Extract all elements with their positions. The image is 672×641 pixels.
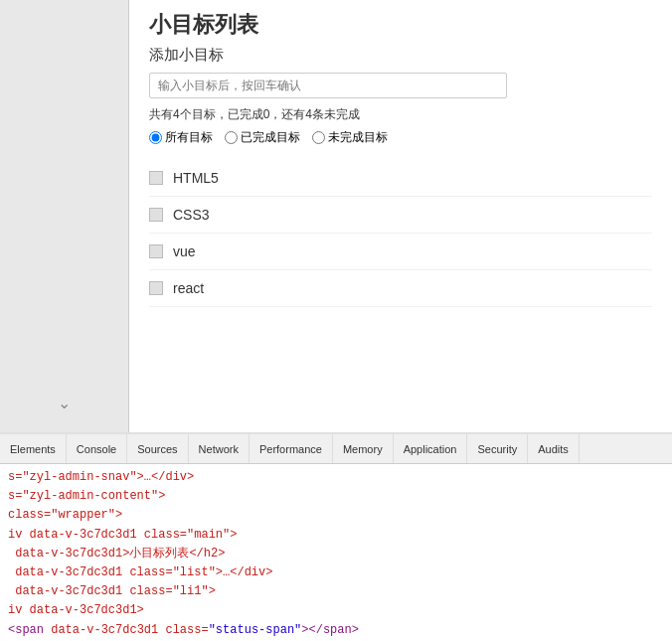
code-text: [44, 621, 51, 640]
tab-console[interactable]: Console: [67, 434, 127, 463]
tab-application[interactable]: Application: [394, 434, 468, 463]
code-line: <span data-v-3c7dc3d1 class="status-span…: [8, 621, 664, 640]
code-text: class="wrapper">: [8, 506, 122, 525]
code-text: iv data-v-3c7dc3d1 class="main">: [8, 526, 237, 545]
tab-security[interactable]: Security: [467, 434, 528, 463]
filter-done-label: 已完成目标: [241, 129, 300, 146]
code-text: data-v-3c7dc3d1 class="list">…</div>: [15, 563, 272, 582]
code-text: [8, 582, 15, 601]
code-text: "status-span": [209, 621, 302, 640]
code-line: data-v-3c7dc3d1 class="list">…</div>: [8, 563, 664, 582]
devtools-tabs: Elements Console Sources Network Perform…: [0, 434, 672, 464]
sidebar: ⌄: [0, 0, 129, 432]
chevron-down-icon[interactable]: ⌄: [55, 393, 75, 412]
code-text: [8, 545, 15, 563]
list-item: CSS3: [149, 197, 652, 234]
devtools-panel: Elements Console Sources Network Perform…: [0, 432, 672, 641]
todo-label-0: HTML5: [173, 170, 219, 186]
code-text: ></span>: [301, 621, 359, 640]
code-line: s="zyl-admin-content">: [8, 487, 664, 506]
tab-audits[interactable]: Audits: [528, 434, 580, 463]
code-line: s="zyl-admin-snav">…</div>: [8, 468, 664, 487]
todo-label-3: react: [173, 280, 204, 296]
page-title: 小目标列表: [149, 10, 652, 40]
code-text: <span: [8, 621, 44, 640]
main-content: 小目标列表 添加小目标 共有4个目标，已完成0，还有4条未完成 所有目标 已完成…: [129, 0, 672, 432]
tab-network[interactable]: Network: [189, 434, 250, 463]
code-text: [8, 563, 15, 582]
todo-checkbox-0[interactable]: [149, 171, 163, 185]
devtools-code-view[interactable]: s="zyl-admin-snav">…</div> s="zyl-admin-…: [0, 464, 672, 641]
filter-done[interactable]: 已完成目标: [225, 129, 300, 146]
code-text: s="zyl-admin-content">: [8, 487, 165, 506]
code-text: class=: [165, 621, 208, 640]
list-item: vue: [149, 234, 652, 270]
todo-input[interactable]: [149, 73, 507, 98]
todo-checkbox-2[interactable]: [149, 244, 163, 258]
code-text: iv data-v-3c7dc3d1>: [8, 601, 144, 620]
filter-row: 所有目标 已完成目标 未完成目标: [149, 129, 652, 146]
todo-list: HTML5 CSS3 vue react: [149, 160, 652, 307]
code-text: s="zyl-admin-snav">…</div>: [8, 468, 194, 487]
list-item: HTML5: [149, 160, 652, 197]
code-text: data-v-3c7dc3d1>小目标列表</h2>: [15, 545, 225, 563]
code-text: data-v-3c7dc3d1 class="li1">: [15, 582, 216, 601]
code-line: iv data-v-3c7dc3d1>: [8, 601, 664, 620]
code-line: data-v-3c7dc3d1>小目标列表</h2>: [8, 545, 664, 563]
filter-undone-label: 未完成目标: [328, 129, 388, 146]
todo-checkbox-3[interactable]: [149, 281, 163, 295]
todo-label-2: vue: [173, 243, 196, 259]
list-item: react: [149, 270, 652, 307]
filter-all-label: 所有目标: [165, 129, 213, 146]
browser-content: ⌄ 小目标列表 添加小目标 共有4个目标，已完成0，还有4条未完成 所有目标 已…: [0, 0, 672, 432]
code-text: [158, 621, 165, 640]
stats-text: 共有4个目标，已完成0，还有4条未完成: [149, 106, 652, 123]
tab-memory[interactable]: Memory: [333, 434, 394, 463]
code-line: class="wrapper">: [8, 506, 664, 525]
tab-elements[interactable]: Elements: [0, 434, 67, 463]
code-line: data-v-3c7dc3d1 class="li1">: [8, 582, 664, 601]
code-line: iv data-v-3c7dc3d1 class="main">: [8, 526, 664, 545]
code-text: data-v-3c7dc3d1: [51, 621, 158, 640]
add-subtitle: 添加小目标: [149, 46, 652, 65]
filter-undone[interactable]: 未完成目标: [312, 129, 388, 146]
todo-label-1: CSS3: [173, 207, 210, 223]
tab-performance[interactable]: Performance: [250, 434, 333, 463]
filter-all[interactable]: 所有目标: [149, 129, 213, 146]
todo-checkbox-1[interactable]: [149, 208, 163, 222]
tab-sources[interactable]: Sources: [127, 434, 188, 463]
